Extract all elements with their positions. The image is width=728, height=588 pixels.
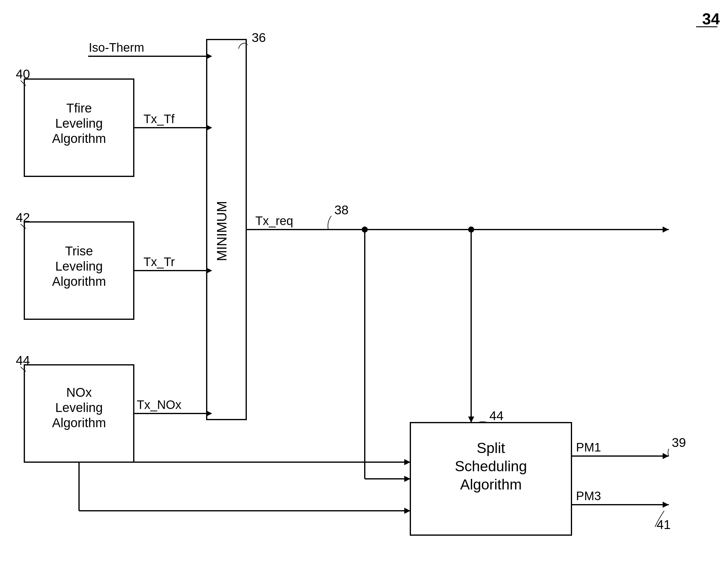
diagram-container: 34 Tfire Leveling Algorithm 40 Trise Lev… <box>0 0 728 588</box>
ref-44-nox: 44 <box>16 353 30 368</box>
pm3-label: PM3 <box>576 489 601 503</box>
split-label-1: Split <box>477 440 505 456</box>
nox-label-3: Algorithm <box>52 416 106 430</box>
tx-tr-label: Tx_Tr <box>144 255 175 269</box>
pm3-arrow <box>663 502 669 508</box>
tfire-label-3: Algorithm <box>52 131 106 146</box>
junction-dot-tx-req <box>362 227 368 233</box>
nox-bottom-long-arrow <box>404 508 410 514</box>
nox-bottom-arrow <box>404 459 410 465</box>
ref-36: 36 <box>252 30 266 45</box>
ref-44-split: 44 <box>489 408 504 423</box>
tx-req-down-arrow <box>404 476 410 482</box>
trise-label-1: Trise <box>65 244 93 258</box>
ref-38: 38 <box>334 203 349 217</box>
iso-therm-label: Iso-Therm <box>89 41 144 54</box>
ref-42: 42 <box>16 210 30 225</box>
tfire-label-2: Leveling <box>55 116 103 130</box>
tx-req-label: Tx_req <box>255 214 293 227</box>
split-label-2: Scheduling <box>455 458 527 474</box>
down-arrow-to-split <box>468 417 474 423</box>
ref-40: 40 <box>16 67 30 81</box>
tx-req-right-arrow <box>663 227 669 233</box>
trise-label-3: Algorithm <box>52 274 106 289</box>
tx-nox-label: Tx_NOx <box>137 398 181 411</box>
ref-34: 34 <box>702 10 720 28</box>
nox-label-2: Leveling <box>55 400 103 415</box>
junction-dot-2 <box>468 227 474 233</box>
nox-label-1: NOx <box>66 385 92 399</box>
trise-label-2: Leveling <box>55 259 103 273</box>
split-label-3: Algorithm <box>460 477 522 492</box>
pm1-label: PM1 <box>576 441 601 454</box>
ref-39: 39 <box>672 435 686 450</box>
minimum-label: MINIMUM <box>214 201 229 261</box>
tfire-label-1: Tfire <box>66 101 92 115</box>
tx-tf-label: Tx_Tf <box>144 112 175 126</box>
svg-line-4 <box>248 44 248 45</box>
